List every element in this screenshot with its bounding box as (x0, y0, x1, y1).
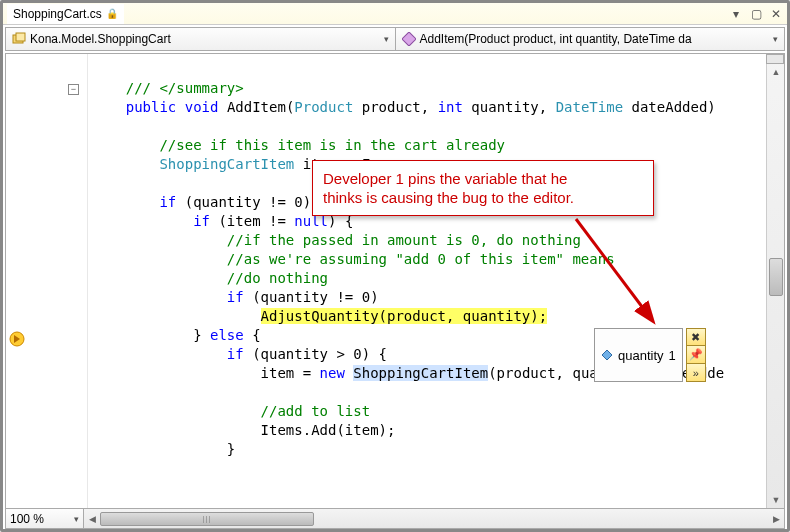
chevron-down-icon: ▾ (74, 514, 79, 524)
bottom-bar: 100 % ▾ ◀ ||| ▶ (5, 509, 785, 529)
split-handle[interactable] (766, 54, 784, 64)
scroll-thumb[interactable] (769, 258, 783, 296)
editor-gutter: − (6, 54, 88, 508)
member-dropdown[interactable]: AddItem(Product product, int quantity, D… (396, 28, 785, 50)
callout-line: Developer 1 pins the variable that he (323, 169, 643, 188)
selected-text: ShoppingCartItem (353, 365, 488, 381)
svg-rect-1 (16, 33, 25, 41)
navigation-bar: Kona.Model.ShoppingCart ▾ AddItem(Produc… (5, 27, 785, 51)
code-area[interactable]: /// </summary> public void AddItem(Produ… (88, 54, 766, 508)
lock-icon: 🔒 (106, 8, 118, 19)
class-dropdown[interactable]: Kona.Model.ShoppingCart ▾ (6, 28, 396, 50)
datatip-controls: ✖ 📌 » (686, 328, 706, 382)
method-icon (402, 32, 416, 46)
title-bar: ShoppingCart.cs 🔒 ▾ ▢ ✕ (3, 3, 787, 25)
datatip-variable: quantity (618, 348, 664, 363)
svg-rect-2 (402, 32, 416, 46)
vertical-scrollbar[interactable]: ▲ ▼ (766, 54, 784, 508)
file-tab[interactable]: ShoppingCart.cs 🔒 (7, 4, 124, 24)
file-name: ShoppingCart.cs (13, 7, 102, 21)
close-icon[interactable]: ✕ (769, 7, 783, 21)
zoom-dropdown[interactable]: 100 % ▾ (6, 509, 84, 528)
chevron-down-icon: ▾ (773, 34, 778, 44)
annotation-callout: Developer 1 pins the variable that he th… (312, 160, 654, 216)
code-editor[interactable]: − /// </summary> public void AddItem(Pro… (5, 53, 785, 509)
class-name: Kona.Model.ShoppingCart (30, 32, 171, 46)
datatip-value: 1 (669, 348, 676, 363)
callout-line: thinks is causing the bug to the editor. (323, 188, 643, 207)
variable-icon (601, 349, 613, 361)
horizontal-scrollbar[interactable]: ◀ ||| ▶ (84, 509, 784, 528)
zoom-level: 100 % (10, 512, 44, 526)
datatip-expand-icon[interactable]: » (686, 364, 706, 382)
maximize-icon[interactable]: ▢ (749, 7, 763, 21)
scroll-down-icon[interactable]: ▼ (767, 492, 785, 508)
current-statement-icon[interactable] (8, 330, 26, 348)
outline-collapse-icon[interactable]: − (68, 84, 79, 95)
scroll-up-icon[interactable]: ▲ (767, 64, 785, 80)
datatip-pin-icon[interactable]: 📌 (686, 346, 706, 364)
scroll-thumb[interactable]: ||| (100, 512, 314, 526)
pinned-datatip[interactable]: quantity 1 ✖ 📌 » (594, 328, 706, 382)
highlighted-line: AdjustQuantity(product, quantity); (261, 308, 548, 324)
class-icon (12, 32, 26, 46)
datatip-close-icon[interactable]: ✖ (686, 328, 706, 346)
member-name: AddItem(Product product, int quantity, D… (420, 32, 692, 46)
chevron-down-icon: ▾ (384, 34, 389, 44)
scroll-right-icon[interactable]: ▶ (768, 514, 784, 524)
dropdown-icon[interactable]: ▾ (729, 7, 743, 21)
datatip-body[interactable]: quantity 1 (594, 328, 683, 382)
scroll-left-icon[interactable]: ◀ (84, 514, 100, 524)
